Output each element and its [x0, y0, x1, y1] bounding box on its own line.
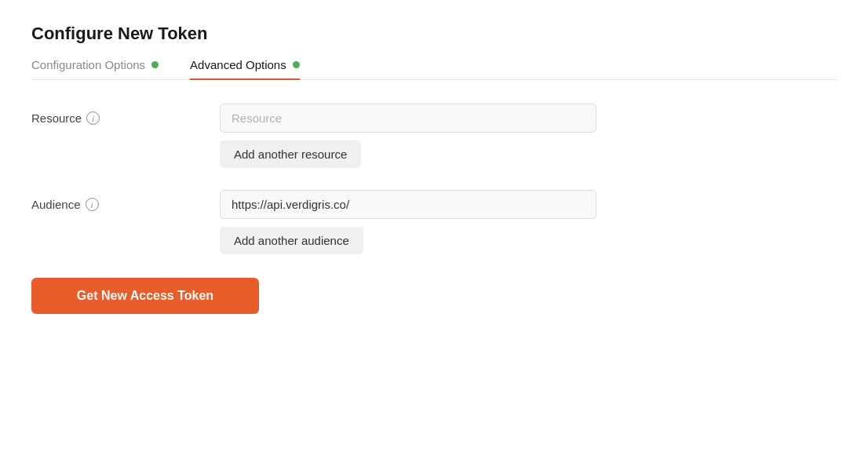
audience-row: Audience i Add another audience — [31, 190, 837, 254]
resource-row: Resource i Add another resource — [31, 104, 837, 168]
audience-label-text: Audience — [31, 198, 81, 211]
audience-input[interactable] — [220, 190, 596, 219]
form-section: Resource i Add another resource Audience… — [31, 104, 837, 254]
audience-info-icon[interactable]: i — [86, 198, 99, 211]
resource-input[interactable] — [220, 104, 596, 133]
audience-inputs: Add another audience — [220, 190, 837, 254]
tab-advanced-options[interactable]: Advanced Options — [190, 58, 300, 79]
resource-inputs: Add another resource — [220, 104, 837, 168]
add-audience-button[interactable]: Add another audience — [220, 227, 363, 254]
get-new-access-token-button[interactable]: Get New Access Token — [31, 278, 259, 314]
tab-configuration-options[interactable]: Configuration Options — [31, 58, 159, 79]
resource-label-text: Resource — [31, 111, 82, 125]
add-resource-button[interactable]: Add another resource — [220, 140, 361, 168]
tabs-row: Configuration Options Advanced Options — [31, 58, 837, 80]
tab-configuration-options-label: Configuration Options — [31, 58, 145, 71]
tab-advanced-options-label: Advanced Options — [190, 58, 286, 71]
tab-configuration-options-dot — [151, 61, 159, 68]
tab-advanced-options-dot — [293, 61, 300, 68]
resource-info-icon[interactable]: i — [86, 111, 100, 125]
page-title: Configure New Token — [31, 24, 837, 44]
audience-label: Audience i — [31, 190, 204, 211]
resource-label: Resource i — [31, 104, 204, 125]
